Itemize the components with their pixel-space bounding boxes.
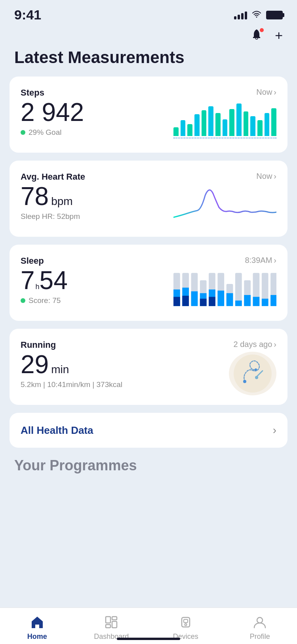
profile-icon [252,614,268,630]
sleep-score-dot [21,298,25,303]
steps-sub: 29% Goal [21,128,173,137]
notification-badge [259,27,265,33]
running-map [229,352,276,395]
steps-card[interactable]: Steps Now › 2 942 29% Goal [10,77,287,153]
svg-point-28 [234,355,272,393]
running-card-header: Running 2 days ago › [21,340,276,350]
svg-point-32 [255,368,257,371]
sleep-card[interactable]: Sleep 8:39AM › 7 h 54 Score: 75 [10,245,287,321]
running-sub: 5.2km | 10:41min/km | 373kcal [21,380,173,389]
home-icon [29,614,45,630]
sleep-sub: Score: 75 [21,296,173,305]
programmes-title: Your Programmes [0,448,297,478]
svg-rect-20 [209,297,215,306]
svg-rect-34 [112,617,117,620]
sleep-chart [173,268,276,311]
sleep-time-arrow: › [274,256,276,265]
svg-rect-22 [227,293,233,306]
steps-bars [173,100,276,136]
svg-rect-15 [182,296,189,306]
all-health-arrow: › [273,424,276,437]
svg-rect-35 [106,625,110,628]
running-label: Running [21,340,56,350]
running-card[interactable]: Running 2 days ago › 29 min 5.2km | 10:4… [10,329,287,405]
svg-rect-27 [270,295,276,306]
nav-home[interactable]: Home [0,614,74,641]
hr-time: Now › [256,172,276,181]
svg-rect-39 [184,619,188,623]
steps-time-arrow: › [274,88,276,97]
svg-point-38 [185,624,187,626]
status-bar: 9:41 [0,0,297,27]
goal-dot [21,130,25,135]
nav-dashboard[interactable]: Dashboard [74,614,149,641]
running-value: 29 [21,352,49,377]
sleep-inner: 7 h 54 Score: 75 [21,268,276,311]
svg-rect-36 [112,621,117,628]
svg-point-30 [255,376,258,379]
notification-bell-button[interactable] [248,27,265,44]
svg-point-31 [243,380,246,383]
svg-rect-25 [253,297,260,306]
svg-rect-33 [106,617,110,623]
page-title: Latest Measurements [0,48,297,77]
all-health-label: All Health Data [21,424,93,437]
steps-inner: 2 942 29% Goal [21,100,276,143]
running-route-icon [233,354,272,393]
svg-rect-16 [191,291,198,306]
hr-value: 78 [21,184,49,209]
header-actions: + [0,27,297,48]
steps-chart [173,100,276,143]
cards-container: Steps Now › 2 942 29% Goal [0,77,297,448]
steps-time: Now › [256,88,276,97]
wifi-icon [252,10,261,20]
steps-label: Steps [21,88,44,98]
all-health-data-card[interactable]: All Health Data › [10,413,287,448]
sleep-mins: 54 [40,268,68,293]
sleep-time: 8:39AM › [245,256,276,265]
home-indicator [117,638,180,640]
nav-profile[interactable]: Profile [223,614,297,641]
hr-chart [173,184,276,227]
devices-icon [178,614,194,630]
hr-sub: Sleep HR: 52bpm [21,212,173,221]
status-icons [234,10,283,20]
status-time: 9:41 [14,7,41,23]
hr-inner: 78 bpm Sleep HR: 52bpm [21,184,276,227]
steps-value: 2 942 [21,100,84,125]
add-button[interactable]: + [275,29,283,42]
nav-home-label: Home [27,632,47,641]
hr-label: Avg. Heart Rate [21,172,85,182]
svg-rect-26 [262,299,268,306]
hr-time-arrow: › [274,172,276,181]
running-time: 2 days ago › [233,340,276,349]
running-unit: min [51,363,69,376]
svg-rect-13 [173,297,180,306]
sleep-h-unit: h [36,283,40,291]
svg-point-40 [257,617,263,623]
running-time-arrow: › [274,340,276,349]
nav-devices[interactable]: Devices [148,614,223,641]
sleep-label: Sleep [21,256,44,266]
hr-unit: bpm [51,195,72,208]
svg-rect-21 [217,291,224,306]
dashboard-icon [103,614,119,630]
steps-card-header: Steps Now › [21,88,276,98]
hr-card-header: Avg. Heart Rate Now › [21,172,276,182]
svg-rect-18 [200,299,207,306]
running-inner: 29 min 5.2km | 10:41min/km | 373kcal [21,352,276,395]
svg-rect-23 [235,301,242,306]
sleep-hours: 7 [21,268,35,293]
nav-profile-label: Profile [250,632,270,641]
steps-baseline [173,138,276,138]
svg-rect-24 [244,295,251,306]
sleep-card-header: Sleep 8:39AM › [21,256,276,266]
heart-rate-card[interactable]: Avg. Heart Rate Now › 78 bpm Sleep HR: 5… [10,161,287,237]
signal-icon [234,11,247,19]
battery-icon [266,11,283,19]
